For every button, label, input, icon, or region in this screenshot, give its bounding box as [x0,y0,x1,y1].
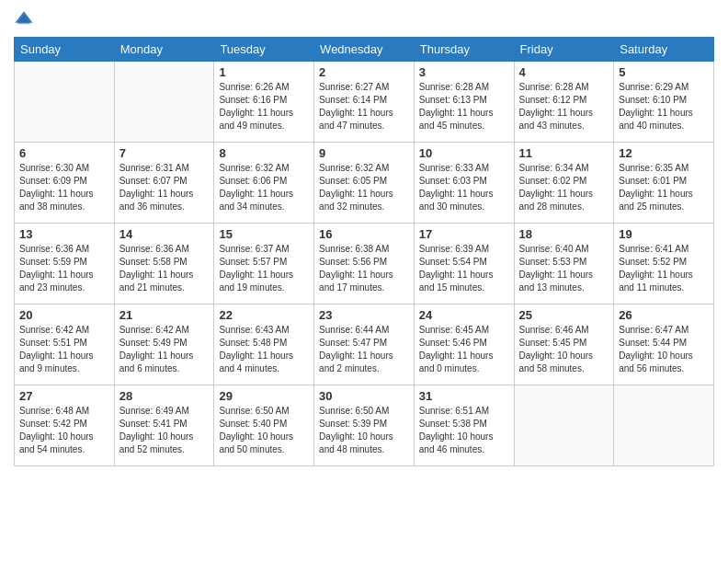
day-info: Sunrise: 6:26 AMSunset: 6:16 PMDaylight:… [219,81,309,132]
logo-icon [14,9,34,29]
calendar-cell: 10Sunrise: 6:33 AMSunset: 6:03 PMDayligh… [414,143,514,224]
weekday-header-row: SundayMondayTuesdayWednesdayThursdayFrid… [15,38,714,62]
calendar-cell: 14Sunrise: 6:36 AMSunset: 5:58 PMDayligh… [114,224,214,304]
calendar-cell: 18Sunrise: 6:40 AMSunset: 5:53 PMDayligh… [514,224,614,304]
day-info: Sunrise: 6:33 AMSunset: 6:03 PMDaylight:… [419,162,509,213]
day-number: 26 [619,308,709,322]
weekday-header-thursday: Thursday [414,38,514,62]
day-number: 15 [219,227,309,241]
calendar-cell: 3Sunrise: 6:28 AMSunset: 6:13 PMDaylight… [414,62,514,143]
day-number: 30 [319,389,409,403]
day-number: 9 [319,146,409,160]
day-info: Sunrise: 6:40 AMSunset: 5:53 PMDaylight:… [519,243,609,294]
calendar-cell [514,385,614,466]
day-number: 18 [519,227,609,241]
calendar-cell: 30Sunrise: 6:50 AMSunset: 5:39 PMDayligh… [314,385,415,466]
day-info: Sunrise: 6:43 AMSunset: 5:48 PMDaylight:… [219,324,309,375]
week-row-5: 27Sunrise: 6:48 AMSunset: 5:42 PMDayligh… [15,385,714,466]
calendar-cell: 13Sunrise: 6:36 AMSunset: 5:59 PMDayligh… [15,224,115,304]
page: SundayMondayTuesdayWednesdayThursdayFrid… [0,0,728,563]
calendar-cell: 7Sunrise: 6:31 AMSunset: 6:07 PMDaylight… [114,143,214,224]
day-number: 5 [619,65,709,79]
week-row-4: 20Sunrise: 6:42 AMSunset: 5:51 PMDayligh… [15,304,714,385]
weekday-header-tuesday: Tuesday [214,38,314,62]
weekday-header-wednesday: Wednesday [314,38,415,62]
day-info: Sunrise: 6:48 AMSunset: 5:42 PMDaylight:… [19,405,109,456]
day-number: 2 [319,65,409,79]
day-info: Sunrise: 6:50 AMSunset: 5:40 PMDaylight:… [219,405,309,456]
day-number: 31 [419,389,509,403]
day-number: 24 [419,308,509,322]
calendar-cell: 6Sunrise: 6:30 AMSunset: 6:09 PMDaylight… [15,143,115,224]
day-info: Sunrise: 6:47 AMSunset: 5:44 PMDaylight:… [619,324,709,375]
day-number: 1 [219,65,309,79]
calendar-cell [15,62,115,143]
calendar-cell: 28Sunrise: 6:49 AMSunset: 5:41 PMDayligh… [114,385,214,466]
day-info: Sunrise: 6:32 AMSunset: 6:06 PMDaylight:… [219,162,309,213]
day-info: Sunrise: 6:44 AMSunset: 5:47 PMDaylight:… [319,324,409,375]
calendar: SundayMondayTuesdayWednesdayThursdayFrid… [14,37,714,466]
calendar-cell: 22Sunrise: 6:43 AMSunset: 5:48 PMDayligh… [214,304,314,385]
day-number: 22 [219,308,309,322]
day-info: Sunrise: 6:27 AMSunset: 6:14 PMDaylight:… [319,81,409,132]
header [14,9,714,29]
day-number: 12 [619,146,709,160]
day-number: 19 [619,227,709,241]
calendar-cell: 26Sunrise: 6:47 AMSunset: 5:44 PMDayligh… [614,304,714,385]
calendar-cell [114,62,214,143]
day-info: Sunrise: 6:30 AMSunset: 6:09 PMDaylight:… [19,162,109,213]
calendar-cell: 20Sunrise: 6:42 AMSunset: 5:51 PMDayligh… [15,304,115,385]
day-info: Sunrise: 6:36 AMSunset: 5:58 PMDaylight:… [119,243,210,294]
day-info: Sunrise: 6:29 AMSunset: 6:10 PMDaylight:… [619,81,709,132]
week-row-1: 1Sunrise: 6:26 AMSunset: 6:16 PMDaylight… [15,62,714,143]
day-info: Sunrise: 6:46 AMSunset: 5:45 PMDaylight:… [519,324,609,375]
calendar-cell: 15Sunrise: 6:37 AMSunset: 5:57 PMDayligh… [214,224,314,304]
day-number: 14 [119,227,210,241]
day-info: Sunrise: 6:42 AMSunset: 5:51 PMDaylight:… [19,324,109,375]
weekday-header-saturday: Saturday [614,38,714,62]
calendar-cell: 5Sunrise: 6:29 AMSunset: 6:10 PMDaylight… [614,62,714,143]
day-info: Sunrise: 6:28 AMSunset: 6:12 PMDaylight:… [519,81,609,132]
weekday-header-sunday: Sunday [15,38,115,62]
day-info: Sunrise: 6:28 AMSunset: 6:13 PMDaylight:… [419,81,509,132]
day-number: 29 [219,389,309,403]
week-row-2: 6Sunrise: 6:30 AMSunset: 6:09 PMDaylight… [15,143,714,224]
day-info: Sunrise: 6:49 AMSunset: 5:41 PMDaylight:… [119,405,210,456]
day-number: 6 [19,146,109,160]
day-number: 28 [119,389,210,403]
day-number: 10 [419,146,509,160]
calendar-cell: 11Sunrise: 6:34 AMSunset: 6:02 PMDayligh… [514,143,614,224]
calendar-cell: 19Sunrise: 6:41 AMSunset: 5:52 PMDayligh… [614,224,714,304]
calendar-cell: 23Sunrise: 6:44 AMSunset: 5:47 PMDayligh… [314,304,415,385]
day-number: 17 [419,227,509,241]
logo [14,9,38,29]
day-number: 21 [119,308,210,322]
weekday-header-friday: Friday [514,38,614,62]
calendar-cell: 8Sunrise: 6:32 AMSunset: 6:06 PMDaylight… [214,143,314,224]
calendar-cell: 27Sunrise: 6:48 AMSunset: 5:42 PMDayligh… [15,385,115,466]
day-number: 7 [119,146,210,160]
day-info: Sunrise: 6:36 AMSunset: 5:59 PMDaylight:… [19,243,109,294]
calendar-cell [614,385,714,466]
day-number: 8 [219,146,309,160]
calendar-cell: 1Sunrise: 6:26 AMSunset: 6:16 PMDaylight… [214,62,314,143]
calendar-cell: 24Sunrise: 6:45 AMSunset: 5:46 PMDayligh… [414,304,514,385]
day-info: Sunrise: 6:35 AMSunset: 6:01 PMDaylight:… [619,162,709,213]
weekday-header-monday: Monday [114,38,214,62]
calendar-cell: 16Sunrise: 6:38 AMSunset: 5:56 PMDayligh… [314,224,415,304]
day-info: Sunrise: 6:38 AMSunset: 5:56 PMDaylight:… [319,243,409,294]
day-number: 27 [19,389,109,403]
calendar-cell: 29Sunrise: 6:50 AMSunset: 5:40 PMDayligh… [214,385,314,466]
day-info: Sunrise: 6:50 AMSunset: 5:39 PMDaylight:… [319,405,409,456]
day-number: 23 [319,308,409,322]
week-row-3: 13Sunrise: 6:36 AMSunset: 5:59 PMDayligh… [15,224,714,304]
calendar-cell: 9Sunrise: 6:32 AMSunset: 6:05 PMDaylight… [314,143,415,224]
calendar-cell: 12Sunrise: 6:35 AMSunset: 6:01 PMDayligh… [614,143,714,224]
day-number: 3 [419,65,509,79]
calendar-cell: 21Sunrise: 6:42 AMSunset: 5:49 PMDayligh… [114,304,214,385]
day-info: Sunrise: 6:45 AMSunset: 5:46 PMDaylight:… [419,324,509,375]
day-info: Sunrise: 6:39 AMSunset: 5:54 PMDaylight:… [419,243,509,294]
calendar-cell: 25Sunrise: 6:46 AMSunset: 5:45 PMDayligh… [514,304,614,385]
day-info: Sunrise: 6:31 AMSunset: 6:07 PMDaylight:… [119,162,210,213]
day-info: Sunrise: 6:42 AMSunset: 5:49 PMDaylight:… [119,324,210,375]
